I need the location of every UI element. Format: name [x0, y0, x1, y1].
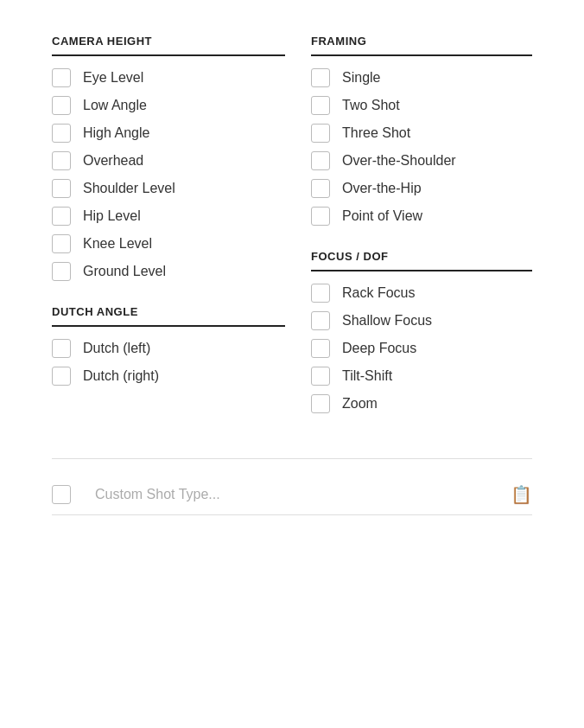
- list-item: Deep Focus: [311, 339, 532, 358]
- hip-level-label: Hip Level: [83, 208, 141, 224]
- low-angle-label: Low Angle: [83, 98, 147, 113]
- list-item: Dutch (left): [52, 339, 285, 358]
- point-of-view-checkbox[interactable]: [311, 207, 330, 226]
- list-item: High Angle: [52, 124, 285, 143]
- section-divider: [52, 458, 532, 459]
- left-column: CAMERA HEIGHT Eye Level Low Angle High A…: [52, 35, 302, 437]
- rack-focus-label: Rack Focus: [342, 285, 415, 301]
- list-item: Dutch (right): [52, 367, 285, 386]
- camera-height-list: Eye Level Low Angle High Angle Overhead: [52, 68, 285, 281]
- list-item: Over-the-Shoulder: [311, 151, 532, 170]
- high-angle-label: High Angle: [83, 125, 149, 141]
- framing-list: Single Two Shot Three Shot Over-the-Shou…: [311, 68, 532, 226]
- tilt-shift-checkbox[interactable]: [311, 367, 330, 386]
- tilt-shift-label: Tilt-Shift: [342, 368, 392, 384]
- dutch-angle-section: DUTCH ANGLE Dutch (left) Dutch (right): [52, 305, 285, 386]
- list-item: Three Shot: [311, 124, 532, 143]
- three-shot-label: Three Shot: [342, 125, 410, 141]
- single-label: Single: [342, 70, 380, 86]
- shallow-focus-checkbox[interactable]: [311, 311, 330, 330]
- two-shot-label: Two Shot: [342, 98, 400, 113]
- dutch-left-checkbox[interactable]: [52, 339, 71, 358]
- high-angle-checkbox[interactable]: [52, 124, 71, 143]
- rack-focus-checkbox[interactable]: [311, 284, 330, 303]
- list-item: Knee Level: [52, 234, 285, 253]
- overhead-label: Overhead: [83, 153, 143, 169]
- list-item: Single: [311, 68, 532, 87]
- custom-shot-input[interactable]: [95, 483, 498, 506]
- two-shot-checkbox[interactable]: [311, 96, 330, 115]
- knee-level-label: Knee Level: [83, 236, 152, 252]
- knee-level-checkbox[interactable]: [52, 234, 71, 253]
- custom-shot-row: 📋: [52, 483, 532, 515]
- deep-focus-checkbox[interactable]: [311, 339, 330, 358]
- over-shoulder-checkbox[interactable]: [311, 151, 330, 170]
- shoulder-level-checkbox[interactable]: [52, 179, 71, 198]
- zoom-checkbox[interactable]: [311, 394, 330, 413]
- list-item: Overhead: [52, 151, 285, 170]
- hip-level-checkbox[interactable]: [52, 207, 71, 226]
- shallow-focus-label: Shallow Focus: [342, 313, 432, 329]
- eye-level-label: Eye Level: [83, 70, 143, 86]
- point-of-view-label: Point of View: [342, 208, 422, 224]
- custom-shot-checkbox[interactable]: [52, 485, 71, 504]
- list-item: Hip Level: [52, 207, 285, 226]
- ground-level-checkbox[interactable]: [52, 262, 71, 281]
- list-item: Low Angle: [52, 96, 285, 115]
- over-hip-label: Over-the-Hip: [342, 181, 422, 196]
- list-item: Tilt-Shift: [311, 367, 532, 386]
- dutch-right-label: Dutch (right): [83, 368, 159, 384]
- list-item: Eye Level: [52, 68, 285, 87]
- right-column: FRAMING Single Two Shot Three Shot: [302, 35, 532, 437]
- focus-dof-list: Rack Focus Shallow Focus Deep Focus Tilt…: [311, 284, 532, 413]
- low-angle-checkbox[interactable]: [52, 96, 71, 115]
- focus-dof-title: FOCUS / DOF: [311, 250, 532, 271]
- camera-height-section: CAMERA HEIGHT Eye Level Low Angle High A…: [52, 35, 285, 281]
- list-item: Over-the-Hip: [311, 179, 532, 198]
- dutch-right-checkbox[interactable]: [52, 367, 71, 386]
- three-shot-checkbox[interactable]: [311, 124, 330, 143]
- dutch-left-label: Dutch (left): [83, 341, 150, 356]
- over-shoulder-label: Over-the-Shoulder: [342, 153, 456, 169]
- list-item: Ground Level: [52, 262, 285, 281]
- over-hip-checkbox[interactable]: [311, 179, 330, 198]
- focus-dof-section: FOCUS / DOF Rack Focus Shallow Focus Dee…: [311, 250, 532, 413]
- list-item: Shoulder Level: [52, 179, 285, 198]
- deep-focus-label: Deep Focus: [342, 341, 416, 356]
- list-icon[interactable]: 📋: [511, 484, 532, 505]
- main-card: CAMERA HEIGHT Eye Level Low Angle High A…: [0, 0, 584, 728]
- list-item: Two Shot: [311, 96, 532, 115]
- list-item: Rack Focus: [311, 284, 532, 303]
- ground-level-label: Ground Level: [83, 264, 166, 279]
- framing-section: FRAMING Single Two Shot Three Shot: [311, 35, 532, 226]
- camera-height-title: CAMERA HEIGHT: [52, 35, 285, 56]
- framing-title: FRAMING: [311, 35, 532, 56]
- dutch-angle-list: Dutch (left) Dutch (right): [52, 339, 285, 386]
- list-item: Shallow Focus: [311, 311, 532, 330]
- overhead-checkbox[interactable]: [52, 151, 71, 170]
- dutch-angle-title: DUTCH ANGLE: [52, 305, 285, 327]
- single-checkbox[interactable]: [311, 68, 330, 87]
- list-item: Point of View: [311, 207, 532, 226]
- eye-level-checkbox[interactable]: [52, 68, 71, 87]
- shoulder-level-label: Shoulder Level: [83, 181, 175, 196]
- columns-layout: CAMERA HEIGHT Eye Level Low Angle High A…: [52, 35, 532, 437]
- list-item: Zoom: [311, 394, 532, 413]
- zoom-label: Zoom: [342, 396, 378, 412]
